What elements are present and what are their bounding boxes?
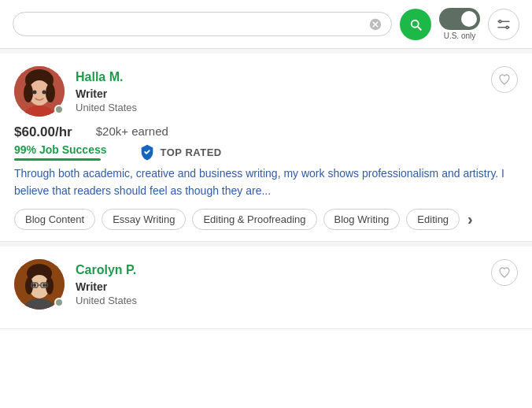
search-icon (408, 17, 423, 32)
hourly-rate: $60.00/hr (14, 124, 72, 140)
search-button[interactable] (400, 9, 431, 40)
filter-icon (497, 17, 511, 32)
online-indicator (54, 298, 64, 307)
top-rated-badge: TOP RATED (139, 143, 222, 161)
badge-text: TOP RATED (161, 147, 222, 158)
profile-location: United States (76, 295, 137, 306)
toggle-label: U.S. only (444, 32, 476, 40)
save-button[interactable] (491, 66, 518, 93)
svg-point-3 (499, 20, 501, 22)
job-success-row: 99% Job Success TOP RATED (14, 143, 518, 161)
profile-info: Carolyn P. Writer United States (76, 259, 137, 306)
freelancer-card: Carolyn P. Writer United States (0, 247, 532, 329)
clear-icon[interactable] (369, 18, 382, 31)
svg-point-26 (33, 284, 36, 287)
us-only-toggle-wrapper: U.S. only (439, 8, 480, 40)
card-left: Halla M. Writer United States (14, 66, 137, 117)
skill-tag[interactable]: Blog Writing (323, 209, 401, 230)
search-bar: content writer U.S. only (0, 0, 532, 49)
svg-point-13 (46, 83, 55, 102)
profile-bio[interactable]: Through both academic, creative and busi… (14, 165, 518, 199)
profile-title: Writer (76, 87, 137, 100)
skill-tag[interactable]: Editing (406, 209, 460, 230)
stats-row: $60.00/hr $20k+ earned (14, 124, 518, 140)
svg-point-15 (33, 91, 37, 95)
filter-button[interactable] (488, 9, 519, 40)
svg-point-12 (24, 83, 33, 102)
shield-icon (139, 143, 156, 161)
avatar-wrapper (14, 259, 65, 310)
heart-icon (498, 266, 511, 279)
freelancer-card: Halla M. Writer United States $60.00/hr … (0, 54, 532, 242)
profile-name[interactable]: Carolyn P. (76, 262, 137, 279)
skill-tag[interactable]: Essay Writing (102, 209, 186, 230)
profile-location: United States (76, 102, 137, 113)
card-header: Carolyn P. Writer United States (14, 259, 518, 310)
svg-point-4 (506, 26, 508, 28)
svg-point-16 (42, 91, 46, 95)
more-skills-button[interactable]: › (467, 210, 473, 228)
profile-name[interactable]: Halla M. (76, 69, 137, 86)
skills-row: Blog Content Essay Writing Editing & Pro… (14, 209, 518, 230)
search-input[interactable]: content writer (23, 17, 363, 31)
skill-tag[interactable]: Blog Content (14, 209, 95, 230)
save-button[interactable] (491, 259, 518, 286)
card-left: Carolyn P. Writer United States (14, 259, 137, 310)
profile-title: Writer (76, 280, 137, 293)
job-success-bar (14, 158, 101, 161)
profile-info: Halla M. Writer United States (76, 66, 137, 113)
avatar-wrapper (14, 66, 65, 117)
heart-icon (498, 73, 511, 86)
us-only-toggle[interactable] (439, 8, 480, 30)
online-indicator (54, 105, 64, 114)
svg-point-27 (42, 284, 46, 287)
search-input-wrapper: content writer (13, 12, 392, 36)
total-earned: $20k+ earned (96, 124, 168, 140)
toggle-knob (461, 11, 477, 27)
job-success: 99% Job Success (14, 143, 107, 161)
job-success-text: 99% Job Success (14, 143, 107, 156)
card-header: Halla M. Writer United States (14, 66, 518, 117)
skill-tag[interactable]: Editing & Proofreading (192, 209, 316, 230)
